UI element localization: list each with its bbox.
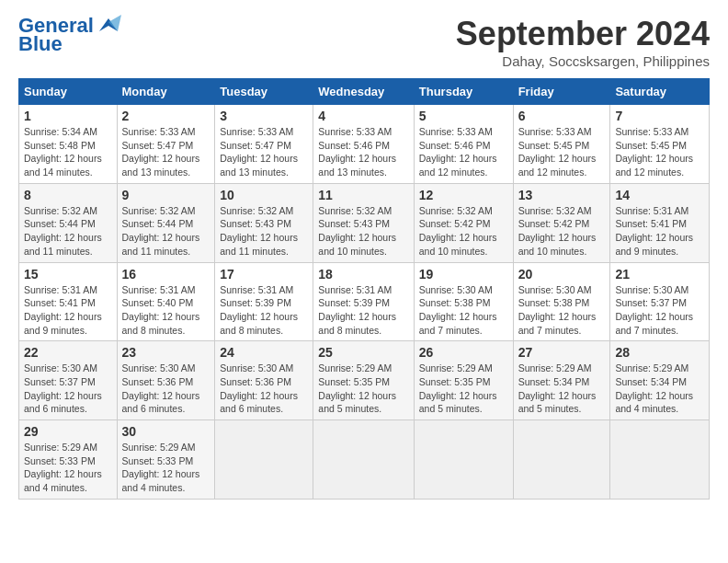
calendar-cell: 21 Sunrise: 5:30 AMSunset: 5:37 PMDaylig… (610, 262, 710, 341)
day-info: Sunrise: 5:32 AMSunset: 5:42 PMDaylight:… (419, 204, 508, 259)
header-thursday: Thursday (414, 79, 513, 105)
calendar-cell: 9 Sunrise: 5:32 AMSunset: 5:44 PMDayligh… (117, 183, 215, 262)
day-number: 21 (615, 267, 704, 282)
day-info: Sunrise: 5:29 AMSunset: 5:34 PMDaylight:… (518, 362, 606, 416)
day-number: 13 (518, 188, 606, 202)
calendar-cell: 26 Sunrise: 5:29 AMSunset: 5:35 PMDaylig… (414, 341, 513, 420)
calendar-cell: 13 Sunrise: 5:32 AMSunset: 5:42 PMDaylig… (513, 183, 610, 262)
day-info: Sunrise: 5:33 AMSunset: 5:47 PMDaylight:… (122, 125, 210, 179)
calendar-cell: 8 Sunrise: 5:32 AMSunset: 5:44 PMDayligh… (19, 183, 118, 262)
day-number: 7 (615, 109, 704, 123)
day-number: 25 (318, 345, 408, 360)
day-number: 26 (419, 345, 508, 360)
calendar-cell: 16 Sunrise: 5:31 AMSunset: 5:40 PMDaylig… (117, 262, 215, 341)
day-number: 23 (122, 345, 210, 360)
calendar-cell: 20 Sunrise: 5:30 AMSunset: 5:38 PMDaylig… (513, 262, 610, 341)
day-info: Sunrise: 5:31 AMSunset: 5:41 PMDaylight:… (24, 283, 112, 338)
calendar-cell: 10 Sunrise: 5:32 AMSunset: 5:43 PMDaylig… (215, 183, 313, 262)
day-number: 19 (419, 267, 508, 282)
day-info: Sunrise: 5:33 AMSunset: 5:45 PMDaylight:… (518, 125, 606, 179)
day-info: Sunrise: 5:32 AMSunset: 5:43 PMDaylight:… (318, 204, 408, 259)
calendar-week-1: 1 Sunrise: 5:34 AMSunset: 5:48 PMDayligh… (19, 105, 710, 184)
logo: General Blue (18, 15, 121, 55)
day-info: Sunrise: 5:32 AMSunset: 5:43 PMDaylight:… (220, 204, 308, 259)
day-info: Sunrise: 5:31 AMSunset: 5:39 PMDaylight:… (220, 283, 308, 338)
day-number: 28 (615, 345, 704, 360)
calendar-week-3: 15 Sunrise: 5:31 AMSunset: 5:41 PMDaylig… (19, 262, 710, 341)
day-info: Sunrise: 5:34 AMSunset: 5:48 PMDaylight:… (24, 125, 112, 179)
calendar-cell: 25 Sunrise: 5:29 AMSunset: 5:35 PMDaylig… (313, 341, 414, 420)
location: Dahay, Soccsksargen, Philippines (456, 53, 710, 69)
day-info: Sunrise: 5:30 AMSunset: 5:36 PMDaylight:… (122, 362, 210, 416)
calendar-cell: 2 Sunrise: 5:33 AMSunset: 5:47 PMDayligh… (117, 105, 215, 184)
header-saturday: Saturday (610, 79, 710, 105)
day-number: 27 (518, 345, 606, 360)
day-info: Sunrise: 5:32 AMSunset: 5:42 PMDaylight:… (518, 204, 606, 259)
calendar-cell: 17 Sunrise: 5:31 AMSunset: 5:39 PMDaylig… (215, 262, 313, 341)
day-number: 11 (318, 188, 408, 202)
day-number: 1 (24, 109, 112, 123)
day-number: 16 (122, 267, 210, 282)
calendar-cell: 19 Sunrise: 5:30 AMSunset: 5:38 PMDaylig… (414, 262, 513, 341)
day-info: Sunrise: 5:30 AMSunset: 5:38 PMDaylight:… (518, 283, 606, 338)
day-info: Sunrise: 5:31 AMSunset: 5:41 PMDaylight:… (615, 204, 704, 259)
month-title: September 2024 (456, 15, 710, 53)
calendar-cell: 6 Sunrise: 5:33 AMSunset: 5:45 PMDayligh… (513, 105, 610, 184)
day-number: 10 (220, 188, 308, 202)
day-number: 2 (122, 109, 210, 123)
day-number: 5 (419, 109, 508, 123)
day-info: Sunrise: 5:32 AMSunset: 5:44 PMDaylight:… (122, 204, 210, 259)
calendar-cell: 14 Sunrise: 5:31 AMSunset: 5:41 PMDaylig… (610, 183, 710, 262)
day-info: Sunrise: 5:30 AMSunset: 5:38 PMDaylight:… (419, 283, 508, 338)
calendar-cell: 27 Sunrise: 5:29 AMSunset: 5:34 PMDaylig… (513, 341, 610, 420)
calendar-cell: 18 Sunrise: 5:31 AMSunset: 5:39 PMDaylig… (313, 262, 414, 341)
calendar-cell: 23 Sunrise: 5:30 AMSunset: 5:36 PMDaylig… (117, 341, 215, 420)
day-info: Sunrise: 5:30 AMSunset: 5:37 PMDaylight:… (24, 362, 112, 416)
header-monday: Monday (117, 79, 215, 105)
calendar-cell: 30 Sunrise: 5:29 AMSunset: 5:33 PMDaylig… (117, 420, 215, 500)
day-info: Sunrise: 5:33 AMSunset: 5:46 PMDaylight:… (419, 125, 508, 179)
day-info: Sunrise: 5:29 AMSunset: 5:33 PMDaylight:… (24, 441, 112, 495)
calendar-cell: 7 Sunrise: 5:33 AMSunset: 5:45 PMDayligh… (610, 105, 710, 184)
day-number: 9 (122, 188, 210, 202)
calendar-cell: 28 Sunrise: 5:29 AMSunset: 5:34 PMDaylig… (610, 341, 710, 420)
day-number: 29 (24, 424, 112, 439)
day-number: 17 (220, 267, 308, 282)
day-number: 30 (122, 424, 210, 439)
day-info: Sunrise: 5:31 AMSunset: 5:40 PMDaylight:… (122, 283, 210, 338)
day-info: Sunrise: 5:33 AMSunset: 5:47 PMDaylight:… (220, 125, 308, 179)
calendar-cell (313, 420, 414, 500)
logo-blue: Blue (18, 33, 63, 55)
logo-bird-icon (96, 15, 121, 33)
calendar-cell: 15 Sunrise: 5:31 AMSunset: 5:41 PMDaylig… (19, 262, 118, 341)
calendar-cell: 22 Sunrise: 5:30 AMSunset: 5:37 PMDaylig… (19, 341, 118, 420)
calendar-cell: 24 Sunrise: 5:30 AMSunset: 5:36 PMDaylig… (215, 341, 313, 420)
header-tuesday: Tuesday (215, 79, 313, 105)
day-number: 14 (615, 188, 704, 202)
calendar-cell (513, 420, 610, 500)
day-info: Sunrise: 5:29 AMSunset: 5:33 PMDaylight:… (122, 441, 210, 495)
day-info: Sunrise: 5:33 AMSunset: 5:46 PMDaylight:… (318, 125, 408, 179)
calendar-cell: 12 Sunrise: 5:32 AMSunset: 5:42 PMDaylig… (414, 183, 513, 262)
day-number: 22 (24, 345, 112, 360)
day-info: Sunrise: 5:30 AMSunset: 5:37 PMDaylight:… (615, 283, 704, 338)
day-number: 18 (318, 267, 408, 282)
day-number: 8 (24, 188, 112, 202)
title-block: September 2024 Dahay, Soccsksargen, Phil… (456, 15, 710, 69)
calendar-cell: 3 Sunrise: 5:33 AMSunset: 5:47 PMDayligh… (215, 105, 313, 184)
calendar-cell: 1 Sunrise: 5:34 AMSunset: 5:48 PMDayligh… (19, 105, 118, 184)
calendar-week-4: 22 Sunrise: 5:30 AMSunset: 5:37 PMDaylig… (19, 341, 710, 420)
calendar-header-row: SundayMondayTuesdayWednesdayThursdayFrid… (19, 79, 710, 105)
page-header: General Blue September 2024 Dahay, Soccs… (18, 15, 710, 69)
header-sunday: Sunday (19, 79, 118, 105)
day-info: Sunrise: 5:29 AMSunset: 5:35 PMDaylight:… (318, 362, 408, 416)
day-number: 4 (318, 109, 408, 123)
calendar-week-5: 29 Sunrise: 5:29 AMSunset: 5:33 PMDaylig… (19, 420, 710, 500)
day-info: Sunrise: 5:29 AMSunset: 5:34 PMDaylight:… (615, 362, 704, 416)
day-info: Sunrise: 5:32 AMSunset: 5:44 PMDaylight:… (24, 204, 112, 259)
calendar-cell: 5 Sunrise: 5:33 AMSunset: 5:46 PMDayligh… (414, 105, 513, 184)
day-number: 3 (220, 109, 308, 123)
calendar-cell (414, 420, 513, 500)
day-number: 15 (24, 267, 112, 282)
header-wednesday: Wednesday (313, 79, 414, 105)
